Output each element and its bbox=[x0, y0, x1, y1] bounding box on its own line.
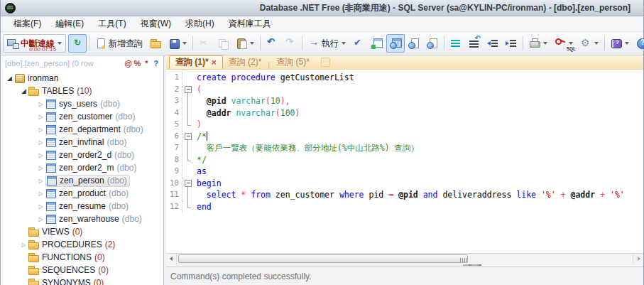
sql-formatter-button[interactable]: SQL bbox=[551, 34, 577, 53]
fold-marker-end[interactable] bbox=[182, 154, 194, 166]
code-text: @pid varchar(10), bbox=[194, 95, 290, 107]
expand-arrow-icon[interactable]: ▷ bbox=[36, 152, 45, 158]
scroll-right-arrow-icon[interactable] bbox=[633, 254, 643, 264]
expand-arrow-icon[interactable]: ▷ bbox=[36, 127, 45, 133]
tree-item-count: (0) bbox=[72, 227, 83, 237]
tree-item-schema: (dbo) bbox=[100, 99, 120, 109]
collapse-arrow-icon[interactable]: ◢ bbox=[19, 87, 28, 95]
menu-item-window[interactable]: 視窗(W) bbox=[133, 16, 178, 32]
folder-icon bbox=[28, 86, 39, 96]
comment-button[interactable] bbox=[447, 34, 465, 53]
about-button[interactable] bbox=[633, 34, 644, 53]
expand-arrow-icon[interactable]: ▷ bbox=[36, 178, 45, 184]
menu-item-file[interactable]: 檔案(F) bbox=[6, 16, 48, 32]
dropdown-caret-icon[interactable] bbox=[342, 42, 346, 45]
undo-button[interactable] bbox=[263, 34, 281, 53]
tab-query-1[interactable]: 查詢 (1)*× bbox=[169, 55, 223, 69]
tree-item-zen_customer[interactable]: ▷zen_customer(dbo) bbox=[1, 110, 163, 123]
filter-at-button[interactable]: @ bbox=[124, 59, 133, 68]
tree-item-ironman[interactable]: ◢ironman bbox=[1, 72, 163, 85]
execute-button[interactable]: 執行 bbox=[305, 34, 349, 53]
filter-percent-button[interactable]: % bbox=[133, 59, 142, 68]
expand-arrow-icon[interactable]: ▷ bbox=[36, 165, 45, 171]
tab-close-icon[interactable]: × bbox=[212, 58, 217, 68]
tree-item-zen_order2_d[interactable]: ▷zen_order2_d(dbo) bbox=[1, 149, 163, 161]
tree-item-synonyms[interactable]: SYNONYMS(0) bbox=[1, 276, 163, 285]
collapse-arrow-icon[interactable]: ◢ bbox=[5, 75, 14, 82]
dropdown-caret-icon[interactable] bbox=[182, 42, 187, 45]
fold-marker-end[interactable] bbox=[182, 119, 194, 131]
tree-item-zen_order2_m[interactable]: ▷zen_order2_m(dbo) bbox=[1, 161, 163, 174]
results-panel-splitter[interactable] bbox=[166, 264, 643, 267]
tab-query-2[interactable]: 查詢 (2)* bbox=[223, 55, 268, 69]
expand-arrow-icon[interactable]: ▷ bbox=[36, 203, 45, 210]
dropdown-caret-icon[interactable] bbox=[569, 42, 573, 45]
sql-code-editor[interactable]: 1create procedure getCustomerList2(3 @pi… bbox=[166, 70, 643, 253]
table-icon bbox=[45, 201, 56, 211]
tree-item-sys_users[interactable]: ▷sys_users(dbo) bbox=[1, 97, 163, 110]
menu-item-help[interactable]: 求助(H) bbox=[178, 16, 222, 32]
tree-item-sequences[interactable]: SEQUENCES(0) bbox=[1, 264, 163, 276]
menu-item-tools[interactable]: 工具(T) bbox=[91, 16, 133, 32]
help-book-button[interactable] bbox=[607, 34, 633, 53]
tree-item-views[interactable]: VIEWS(0) bbox=[1, 225, 163, 238]
expand-arrow-icon[interactable]: ▷ bbox=[19, 242, 28, 248]
fold-marker-mid[interactable] bbox=[182, 142, 194, 154]
tree-item-tables[interactable]: ◢TABLES(10) bbox=[1, 85, 163, 97]
paste-button[interactable] bbox=[232, 34, 258, 53]
print-button[interactable] bbox=[525, 34, 551, 53]
disconnect-button[interactable]: 中斷連線0.00:07:15 bbox=[3, 34, 66, 53]
dropdown-caret-icon[interactable] bbox=[625, 42, 629, 45]
fold-marker-mid[interactable] bbox=[182, 95, 194, 107]
save-button[interactable] bbox=[165, 34, 190, 53]
auto-refresh-button[interactable] bbox=[68, 34, 87, 53]
scrollbar-thumb[interactable] bbox=[178, 254, 468, 263]
uncomment-button[interactable] bbox=[465, 34, 484, 53]
tab-query-5[interactable]: 查詢 (5)* bbox=[271, 55, 315, 69]
tree-item-zen_invfinal[interactable]: ▷zen_invfinal(dbo) bbox=[1, 136, 163, 149]
execution-plan-button[interactable] bbox=[368, 34, 386, 53]
results-text-button[interactable] bbox=[405, 34, 423, 53]
fold-marker-start[interactable] bbox=[182, 84, 194, 96]
fold-marker-end[interactable] bbox=[182, 201, 194, 213]
tree-item-label: SEQUENCES bbox=[42, 265, 95, 275]
expand-arrow-icon[interactable]: ▷ bbox=[36, 101, 45, 107]
dropdown-caret-icon[interactable] bbox=[543, 42, 547, 45]
new-query-button[interactable]: 新增查詢 bbox=[92, 34, 146, 53]
options-button[interactable] bbox=[577, 34, 602, 53]
toolbar-separator bbox=[444, 36, 444, 50]
tree-item-schema: (dbo) bbox=[116, 163, 136, 173]
tree-item-functions[interactable]: FUNCTIONS(0) bbox=[1, 251, 163, 264]
filter-help-button[interactable]: ? bbox=[151, 59, 160, 68]
dropdown-caret-icon[interactable] bbox=[594, 42, 599, 45]
results-file-button[interactable] bbox=[423, 34, 442, 53]
tree-item-zen_person[interactable]: ▷zen_person(dbo) bbox=[1, 174, 163, 187]
outdent-button[interactable] bbox=[484, 34, 502, 53]
tree-item-zen_warehouse[interactable]: ▷zen_warehouse(dbo) bbox=[1, 213, 163, 225]
open-file-button[interactable] bbox=[146, 34, 165, 53]
menu-item-db-tools[interactable]: 資料庫工具 bbox=[222, 16, 278, 32]
results-grid-button[interactable] bbox=[386, 34, 405, 53]
validate-button[interactable] bbox=[349, 34, 368, 53]
fold-marker-mid[interactable] bbox=[182, 189, 194, 201]
filter-star-button[interactable]: * bbox=[142, 59, 151, 68]
expand-arrow-icon[interactable]: ▷ bbox=[36, 139, 45, 146]
tree-item-label: sys_users bbox=[59, 99, 97, 109]
line-number: 6 bbox=[166, 131, 182, 143]
expand-arrow-icon[interactable]: ▷ bbox=[36, 114, 45, 120]
tree-item-zen_resume[interactable]: ▷zen_resume(dbo) bbox=[1, 200, 163, 213]
indent-button[interactable] bbox=[502, 34, 520, 53]
expand-arrow-icon[interactable]: ▷ bbox=[36, 190, 45, 197]
dropdown-caret-icon[interactable] bbox=[58, 42, 62, 45]
fold-marker-start[interactable] bbox=[182, 178, 194, 190]
dropdown-caret-icon[interactable] bbox=[250, 42, 254, 45]
expand-arrow-icon[interactable]: ▷ bbox=[36, 216, 45, 222]
tree-item-zen_department[interactable]: ▷zen_department(dbo) bbox=[1, 123, 163, 136]
horizontal-scrollbar[interactable] bbox=[166, 253, 643, 264]
tree-item-procedures[interactable]: ▷PROCEDURES(2) bbox=[1, 238, 163, 251]
tree-item-zen_product[interactable]: ▷zen_product(dbo) bbox=[1, 187, 163, 200]
fold-marker-start[interactable] bbox=[182, 131, 194, 143]
fold-marker-mid[interactable] bbox=[182, 107, 194, 119]
menu-item-edit[interactable]: 編輯(E) bbox=[48, 16, 91, 32]
scroll-left-arrow-icon[interactable] bbox=[166, 254, 177, 264]
